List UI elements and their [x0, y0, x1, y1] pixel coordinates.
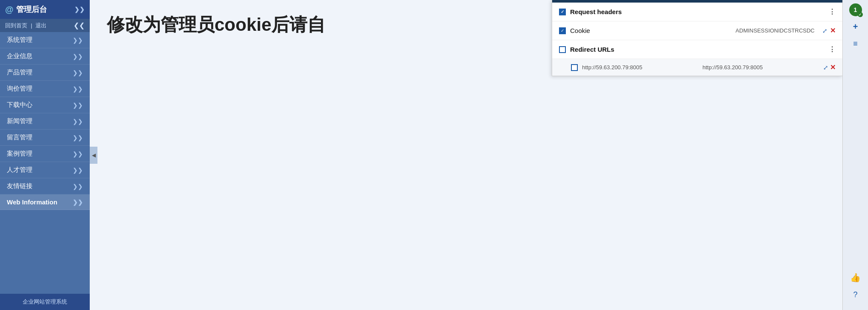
logo-at-symbol: @: [5, 5, 14, 15]
request-panel: ✓ Request headers ⋮ ✓ Cookie ADMINSESSIO…: [552, 0, 842, 76]
devtools-sidebar: 1 ✓ + ≡ 👍 ?: [842, 0, 868, 310]
plus-icon: +: [853, 22, 858, 32]
sidebar-item-label-webinfo: Web Information: [7, 198, 57, 206]
devtools-help-button[interactable]: ?: [849, 288, 862, 301]
sidebar-item-system[interactable]: 系统管理 ❯❯: [0, 32, 90, 48]
devtools-bottom-actions: 👍 ?: [849, 271, 862, 307]
chevron-down-icon-webinfo: ❯❯: [73, 199, 83, 206]
filter-icon: ≡: [853, 39, 858, 48]
chevron-down-icon-case: ❯❯: [73, 151, 83, 157]
home-link[interactable]: 回到首页: [5, 22, 27, 30]
sidebar-item-download[interactable]: 下载中心 ❯❯: [0, 97, 90, 113]
sidebar: @ 管理后台 ❯❯ 回到首页 | 退出 ❮❮ 系统管理 ❯❯ 企业信息 ❯❯ 产…: [0, 0, 90, 310]
cookie-label: Cookie: [570, 27, 731, 34]
chevron-down-icon-links: ❯❯: [73, 183, 83, 190]
cookie-close-icon[interactable]: ✕: [830, 27, 836, 35]
sidebar-item-webinfo[interactable]: Web Information ❯❯: [0, 195, 90, 210]
sidebar-item-talent[interactable]: 人才管理 ❯❯: [0, 162, 90, 178]
sidebar-footer: 企业网站管理系统: [0, 294, 90, 310]
devtools-badge-number: 1: [854, 6, 857, 13]
chevron-down-icon-inquiry: ❯❯: [73, 86, 83, 92]
sidebar-item-label-talent: 人才管理: [7, 166, 32, 174]
sidebar-item-company[interactable]: 企业信息 ❯❯: [0, 48, 90, 65]
thumbsup-icon: 👍: [850, 272, 861, 283]
devtools-add-button[interactable]: +: [849, 20, 862, 33]
sidebar-item-label-system: 系统管理: [7, 36, 32, 44]
redirect-urls-row: Redirect URLs ⋮: [552, 40, 842, 59]
sidebar-item-news[interactable]: 新闻管理 ❯❯: [0, 113, 90, 130]
sidebar-item-label-company: 企业信息: [7, 52, 32, 60]
sidebar-item-label-product: 产品管理: [7, 68, 32, 77]
sidebar-item-label-inquiry: 询价管理: [7, 85, 32, 93]
chevron-down-icon-company: ❯❯: [73, 53, 83, 60]
redirect-url-actions: ⤢ ✕: [823, 63, 836, 71]
request-headers-more-icon[interactable]: ⋮: [829, 8, 836, 16]
redirect-url-close-icon[interactable]: ✕: [830, 64, 836, 71]
sidebar-collapse-handle[interactable]: ◀: [90, 147, 97, 164]
nav-collapse-btn[interactable]: ❮❮: [74, 21, 85, 30]
sidebar-menu: 系统管理 ❯❯ 企业信息 ❯❯ 产品管理 ❯❯ 询价管理 ❯❯ 下载中心 ❯❯ …: [0, 32, 90, 294]
sidebar-nav-top: 回到首页 | 退出 ❮❮: [0, 19, 90, 32]
nav-separator: |: [31, 22, 32, 29]
logout-link[interactable]: 退出: [35, 22, 47, 30]
devtools-badge-checkmark: ✓: [858, 12, 863, 17]
redirect-url-expand-icon[interactable]: ⤢: [823, 64, 828, 71]
chevron-down-icon-product: ❯❯: [73, 69, 83, 76]
request-headers-checkbox[interactable]: ✓: [559, 9, 566, 15]
cookie-expand-icon[interactable]: ⤢: [822, 27, 827, 34]
devtools-badge: 1 ✓: [849, 3, 862, 16]
sidebar-header: @ 管理后台 ❯❯: [0, 0, 90, 19]
sidebar-logo-area: @ 管理后台: [5, 4, 47, 15]
sidebar-item-label-links: 友情链接: [7, 182, 32, 190]
sidebar-item-message[interactable]: 留言管理 ❯❯: [0, 130, 90, 146]
sidebar-item-product[interactable]: 产品管理 ❯❯: [0, 65, 90, 81]
devtools-filter-button[interactable]: ≡: [849, 37, 862, 50]
redirect-url-2: http://59.63.200.79:8005: [703, 64, 819, 71]
chevron-down-icon-news: ❯❯: [73, 118, 83, 125]
sidebar-item-inquiry[interactable]: 询价管理 ❯❯: [0, 81, 90, 97]
cookie-checkbox[interactable]: ✓: [559, 27, 566, 34]
cookie-row: ✓ Cookie ADMINSESSIONIDCSTRCSDC ⤢ ✕: [552, 21, 842, 40]
chevron-down-icon-talent: ❯❯: [73, 167, 83, 174]
redirect-urls-checkbox[interactable]: [559, 46, 566, 53]
main-content: 修改为管理员cookie后请自 ◀ ✓ Request headers ⋮ ✓ …: [90, 0, 842, 310]
chevron-down-icon-message: ❯❯: [73, 134, 83, 141]
chevron-down-icon-system: ❯❯: [73, 37, 83, 44]
redirect-urls-more-icon[interactable]: ⋮: [829, 45, 836, 53]
sidebar-item-case[interactable]: 案例管理 ❯❯: [0, 146, 90, 162]
chevron-down-icon-download: ❯❯: [73, 102, 83, 109]
help-icon: ?: [853, 290, 857, 299]
cookie-actions: ⤢ ✕: [822, 27, 836, 35]
sidebar-title: 管理后台: [16, 4, 47, 15]
sidebar-item-label-case: 案例管理: [7, 150, 32, 158]
sidebar-item-links[interactable]: 友情链接 ❯❯: [0, 178, 90, 195]
request-headers-title: Request headers: [570, 8, 824, 15]
sidebar-item-label-download: 下载中心: [7, 101, 32, 109]
redirect-url-1: http://59.63.200.79:8005: [582, 64, 698, 71]
request-headers-row: ✓ Request headers ⋮: [552, 3, 842, 21]
sidebar-item-label-news: 新闻管理: [7, 117, 32, 125]
redirect-url-checkbox[interactable]: [571, 64, 578, 71]
redirect-urls-title: Redirect URLs: [570, 46, 824, 53]
sidebar-header-collapse-icon[interactable]: ❯❯: [74, 6, 85, 13]
redirect-url-entry: http://59.63.200.79:8005 http://59.63.20…: [552, 59, 842, 76]
sidebar-item-label-message: 留言管理: [7, 133, 32, 142]
cookie-value: ADMINSESSIONIDCSTRCSDC: [736, 27, 815, 34]
devtools-thumbsup-button[interactable]: 👍: [849, 271, 862, 284]
